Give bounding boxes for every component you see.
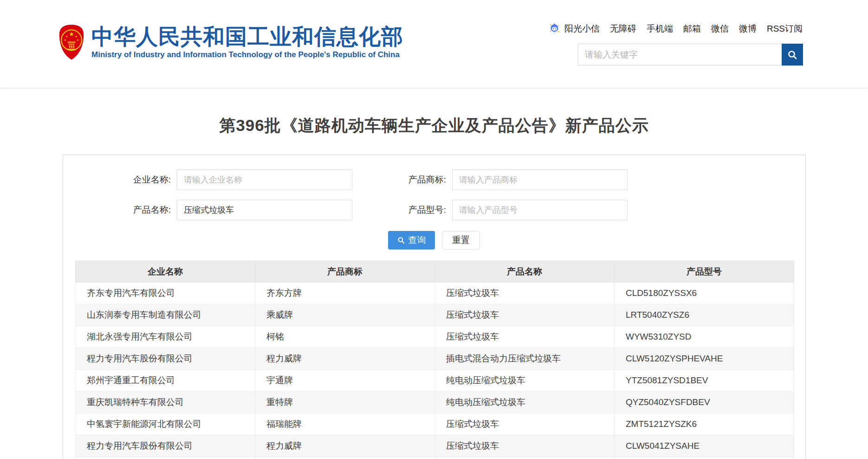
table-row: 湖北永强专用汽车有限公司柯铭压缩式垃圾车WYW5310ZYSD (76, 326, 794, 348)
table-cell (435, 457, 615, 459)
nav-link-accessibility[interactable]: 无障碍 (610, 24, 636, 33)
table-cell: 山东润泰专用车制造有限公司 (76, 304, 255, 326)
table-cell: 压缩式垃圾车 (435, 435, 615, 457)
table-cell: 齐东方牌 (255, 282, 435, 304)
site-brand[interactable]: 中华人民共和国工业和信息化部 Ministry of Industry and … (59, 23, 403, 63)
table-row: 程力专用汽车股份有限公司程力威牌插电式混合动力压缩式垃圾车CLW5120ZYSP… (76, 348, 794, 370)
table-cell: 重特牌 (255, 392, 435, 413)
nav-link-mobile[interactable]: 手机端 (647, 24, 673, 33)
nav-link-rss[interactable]: RSS订阅 (767, 24, 803, 33)
company-name-input[interactable] (177, 170, 352, 190)
form-buttons: 查询 重置 (388, 231, 480, 249)
national-emblem-icon (59, 23, 84, 63)
top-nav: 阳光小信无障碍手机端邮箱微信微博RSS订阅 (548, 22, 803, 35)
results-table: 企业名称产品商标产品名称产品型号 齐东专用汽车有限公司齐东方牌压缩式垃圾车CLD… (75, 261, 794, 459)
table-cell (255, 457, 435, 459)
table-cell: 程力专用汽车股份有限公司 (76, 435, 255, 457)
column-header-3: 产品型号 (615, 261, 794, 282)
table-cell: 湖北永强专用汽车有限公司 (76, 326, 255, 348)
table-cell: CLW5120ZYSPHEVAHE (615, 348, 794, 370)
table-row: 齐东专用汽车有限公司齐东方牌压缩式垃圾车CLD5180ZYSSX6 (76, 282, 794, 304)
table-row-partial (76, 457, 794, 459)
form-row-2: 产品名称: 产品型号: (63, 200, 805, 220)
table-header-row: 企业名称产品商标产品名称产品型号 (76, 261, 794, 282)
nav-link-wechat[interactable]: 微信 (711, 24, 729, 33)
query-button-label: 查询 (408, 234, 426, 246)
search-icon (397, 236, 405, 244)
form-row-1: 企业名称: 产品商标: (63, 170, 805, 190)
page-title: 第396批《道路机动车辆生产企业及产品公告》新产品公示 (0, 115, 868, 137)
site-title: 中华人民共和国工业和信息化部 (91, 25, 403, 48)
table-cell: 压缩式垃圾车 (435, 304, 615, 326)
table-cell: 福瑞能牌 (255, 413, 435, 435)
table-cell: 纯电动压缩式垃圾车 (435, 370, 615, 392)
table-cell (615, 457, 794, 459)
table-cell: CLD5180ZYSSX6 (615, 282, 794, 304)
table-cell: 乘威牌 (255, 304, 435, 326)
table-cell: 程力威牌 (255, 348, 435, 370)
table-cell: ZMT5121ZYSZK6 (615, 413, 794, 435)
brand-text: 中华人民共和国工业和信息化部 Ministry of Industry and … (91, 23, 403, 59)
site-subtitle: Ministry of Industry and Information Tec… (91, 50, 403, 59)
search-button[interactable] (782, 44, 803, 66)
nav-link-mail[interactable]: 邮箱 (683, 24, 701, 33)
column-header-0: 企业名称 (76, 261, 255, 282)
table-cell: 重庆凯瑞特种车有限公司 (76, 392, 255, 413)
query-button[interactable]: 查询 (388, 231, 435, 249)
reset-button[interactable]: 重置 (442, 231, 480, 249)
product-name-input[interactable] (177, 200, 352, 220)
table-row: 重庆凯瑞特种车有限公司重特牌纯电动压缩式垃圾车QYZ5040ZYSFDBEV (76, 392, 794, 413)
table-cell: 压缩式垃圾车 (435, 326, 615, 348)
nav-links: 阳光小信无障碍手机端邮箱微信微博RSS订阅 (564, 23, 803, 35)
table-row: 郑州宇通重工有限公司宇通牌纯电动压缩式垃圾车YTZ5081ZYSD1BEV (76, 370, 794, 392)
table-cell: 程力威牌 (255, 435, 435, 457)
table-cell: YTZ5081ZYSD1BEV (615, 370, 794, 392)
table-cell: 中氢寰宇新能源河北有限公司 (76, 413, 255, 435)
table-cell: 压缩式垃圾车 (435, 413, 615, 435)
table-cell: 宇通牌 (255, 370, 435, 392)
search-input[interactable] (578, 44, 782, 66)
table-cell: 柯铭 (255, 326, 435, 348)
column-header-1: 产品商标 (255, 261, 435, 282)
table-cell: CLW5041ZYSAHE (615, 435, 794, 457)
table-cell: 齐东专用汽车有限公司 (76, 282, 255, 304)
robot-assistant-icon (548, 22, 561, 35)
column-header-2: 产品名称 (435, 261, 615, 282)
search-icon (787, 50, 797, 60)
product-name-label: 产品名称: (119, 204, 171, 216)
company-name-label: 企业名称: (119, 174, 171, 186)
table-cell: 郑州宇通重工有限公司 (76, 370, 255, 392)
table-cell: 压缩式垃圾车 (435, 282, 615, 304)
table-cell: 纯电动压缩式垃圾车 (435, 392, 615, 413)
nav-link-weibo[interactable]: 微博 (739, 24, 757, 33)
table-cell: 程力专用汽车股份有限公司 (76, 348, 255, 370)
table-cell: QYZ5040ZYSFDBEV (615, 392, 794, 413)
header-search (578, 44, 803, 66)
nav-link-sunshine-assistant[interactable]: 阳光小信 (564, 24, 600, 33)
product-model-input[interactable] (452, 200, 628, 220)
product-brand-input[interactable] (452, 170, 628, 190)
product-model-label: 产品型号: (394, 204, 446, 216)
site-header: 中华人民共和国工业和信息化部 Ministry of Industry and … (0, 0, 868, 88)
table-cell: 插电式混合动力压缩式垃圾车 (435, 348, 615, 370)
product-brand-label: 产品商标: (394, 174, 446, 186)
table-cell: LRT5040ZYSZ6 (615, 304, 794, 326)
table-row: 程力专用汽车股份有限公司程力威牌压缩式垃圾车CLW5041ZYSAHE (76, 435, 794, 457)
table-cell: WYW5310ZYSD (615, 326, 794, 348)
table-cell (76, 457, 255, 459)
table-row: 中氢寰宇新能源河北有限公司福瑞能牌压缩式垃圾车ZMT5121ZYSZK6 (76, 413, 794, 435)
table-row: 山东润泰专用车制造有限公司乘威牌压缩式垃圾车LRT5040ZYSZ6 (76, 304, 794, 326)
query-panel: 企业名称: 产品商标: 产品名称: 产品型号: 查询 重置 企业名称产品商标产品… (63, 155, 806, 459)
